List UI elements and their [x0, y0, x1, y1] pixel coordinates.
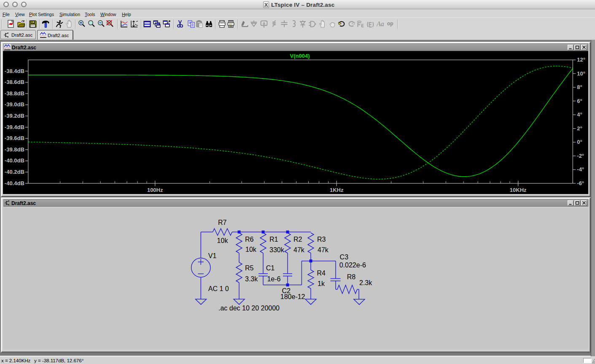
svg-text:10k: 10k — [245, 246, 257, 253]
svg-text:2.3k: 2.3k — [359, 279, 372, 286]
svg-text:R1: R1 — [269, 236, 278, 243]
svg-text:-39.8dB: -39.8dB — [5, 146, 24, 153]
svg-text:C1: C1 — [266, 264, 275, 272]
svg-text:-39.6dB: -39.6dB — [5, 135, 24, 141]
svg-text:-38.8dB: -38.8dB — [5, 90, 24, 97]
svg-text:0°: 0° — [577, 139, 582, 145]
svg-text:47k: 47k — [318, 246, 329, 253]
svg-text:8°: 8° — [577, 84, 582, 90]
svg-text:R6: R6 — [245, 236, 254, 243]
svg-text:C3: C3 — [340, 253, 349, 261]
svg-text:10KHz: 10KHz — [510, 187, 527, 193]
svg-text:-40.2dB: -40.2dB — [5, 169, 24, 175]
svg-text:-6°: -6° — [577, 180, 584, 186]
svg-text:12°: 12° — [577, 57, 585, 63]
svg-text:10k: 10k — [217, 237, 229, 244]
svg-text:10°: 10° — [577, 70, 585, 77]
svg-text:-40.4dB: -40.4dB — [5, 180, 24, 186]
svg-text:0.022e-6: 0.022e-6 — [339, 262, 366, 269]
svg-text:AC 1 0: AC 1 0 — [208, 285, 229, 292]
svg-text:1e-6: 1e-6 — [267, 275, 280, 283]
svg-text:1k: 1k — [318, 280, 325, 287]
svg-text:-39.0dB: -39.0dB — [5, 101, 24, 108]
svg-text:V(n004): V(n004) — [290, 53, 310, 59]
svg-text:180e-12: 180e-12 — [280, 293, 305, 300]
svg-text:Aa: Aa — [377, 20, 384, 27]
svg-text:-39.2dB: -39.2dB — [5, 113, 24, 119]
svg-text:-38.6dB: -38.6dB — [5, 79, 24, 85]
svg-text:4°: 4° — [577, 111, 582, 118]
svg-text:330k: 330k — [269, 246, 285, 253]
svg-text:-4°: -4° — [577, 166, 584, 173]
svg-text:.ac dec 10 20 20000: .ac dec 10 20 20000 — [218, 305, 280, 312]
svg-text:R7: R7 — [218, 219, 227, 226]
svg-text:-38.4dB: -38.4dB — [5, 68, 24, 74]
svg-text:-39.4dB: -39.4dB — [5, 124, 24, 130]
svg-text:R8: R8 — [347, 273, 356, 280]
svg-text:1KHz: 1KHz — [330, 187, 344, 193]
svg-text:2°: 2° — [577, 125, 582, 132]
svg-text:47k: 47k — [293, 246, 305, 253]
svg-text:R4: R4 — [317, 270, 326, 277]
svg-text:R2: R2 — [293, 236, 302, 243]
svg-text:op: op — [387, 21, 393, 27]
svg-text:a: a — [263, 21, 265, 26]
svg-text:-40.0dB: -40.0dB — [5, 157, 24, 164]
svg-text:R5: R5 — [245, 264, 254, 272]
svg-text:R3: R3 — [317, 236, 326, 243]
svg-text:-2°: -2° — [577, 153, 584, 159]
svg-text:6°: 6° — [577, 98, 582, 104]
svg-text:100Hz: 100Hz — [147, 187, 163, 193]
svg-text:3.3k: 3.3k — [245, 275, 258, 283]
svg-text:V1: V1 — [208, 252, 217, 259]
